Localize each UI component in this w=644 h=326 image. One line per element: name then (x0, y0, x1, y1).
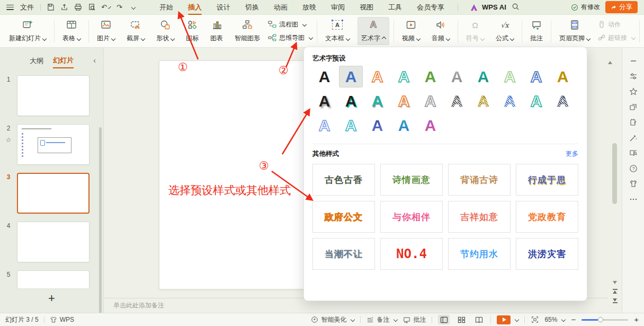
more-tools-icon[interactable] (629, 195, 638, 204)
normal-view-button[interactable] (438, 315, 450, 324)
scroll-up-icon[interactable] (608, 52, 622, 61)
wordart-style-sample[interactable]: 当潮不让 (312, 238, 375, 270)
toolbar-collapse-icon[interactable] (129, 3, 138, 12)
wordart-style-sample[interactable]: 吉祥如意 (448, 201, 511, 233)
action-button[interactable]: 动作 (598, 20, 635, 29)
animation-pane-icon[interactable] (629, 102, 638, 112)
zoom-level-button[interactable]: 65% (544, 316, 565, 323)
symbol-button[interactable]: Ω 符号 (462, 17, 488, 45)
wordart-style-sample[interactable]: 背诵古诗 (448, 164, 511, 196)
slide-thumbnail[interactable] (17, 75, 90, 116)
wordart-preset[interactable]: A (365, 114, 389, 136)
wordart-style-sample[interactable]: 古色古香 (312, 164, 375, 196)
slide-panel-scrollbar[interactable] (99, 127, 102, 315)
search-icon[interactable] (512, 3, 520, 12)
menu-tab[interactable]: 设计 (211, 1, 236, 14)
header-footer-button[interactable]: 页眉页脚 (556, 17, 594, 45)
main-menu-icon[interactable] (6, 5, 14, 10)
wordart-preset[interactable]: A (524, 66, 548, 87)
menu-tab[interactable]: 放映 (297, 1, 322, 14)
wordart-style-sample[interactable]: 政府公文 (312, 201, 375, 233)
wordart-preset[interactable]: A (471, 90, 495, 112)
slides-tab[interactable]: 幻灯片 (53, 56, 74, 68)
wordart-preset[interactable]: A (551, 66, 575, 87)
undo-icon[interactable]: ↶ (101, 3, 110, 12)
next-slide-button[interactable] (612, 298, 619, 303)
textbox-button[interactable]: A 文本框 (321, 17, 353, 45)
wordart-preset[interactable]: A (498, 66, 522, 87)
zoom-out-button[interactable]: − (571, 317, 576, 322)
wordart-preset[interactable]: A (392, 114, 416, 136)
wordart-preset[interactable]: A (418, 66, 442, 87)
design-assistant-icon[interactable] (629, 118, 638, 127)
menu-tab[interactable]: 插入 (182, 1, 208, 14)
export-icon[interactable] (60, 3, 69, 12)
wordart-preset[interactable]: A (312, 66, 336, 87)
more-styles-link[interactable]: 更多 (566, 149, 578, 158)
play-slideshow-button[interactable] (497, 315, 518, 324)
table-button[interactable]: 表格 (59, 17, 84, 45)
smart-beautify-button[interactable]: 智能美化 (311, 315, 354, 324)
beautify-wand-icon[interactable] (629, 133, 638, 143)
reading-view-button[interactable] (473, 315, 485, 324)
slide-thumbnail[interactable] (17, 270, 90, 288)
comment-button[interactable]: 批注 (526, 17, 547, 45)
previous-slide-button[interactable] (612, 289, 619, 294)
zoom-slider-thumb[interactable] (598, 317, 603, 322)
audio-button[interactable]: 音频 (428, 17, 453, 45)
wordart-preset[interactable]: A (418, 90, 442, 112)
wordart-preset[interactable]: A (498, 90, 522, 112)
effects-star-icon[interactable] (629, 87, 638, 96)
menu-tab[interactable]: 开始 (154, 1, 179, 14)
redo-icon[interactable]: ↷ (115, 3, 124, 12)
wordart-button[interactable]: A 艺术字 (357, 17, 389, 45)
wordart-preset[interactable]: A (392, 90, 416, 112)
scrollbar-thumb[interactable] (612, 143, 617, 204)
skin-settings-icon[interactable] (629, 179, 638, 189)
reference-search-icon[interactable] (629, 148, 638, 158)
wordart-preset[interactable]: A (392, 66, 416, 87)
menu-tab[interactable]: 审阅 (325, 1, 351, 14)
wordart-preset[interactable]: A (365, 66, 389, 87)
icon-library-button[interactable]: 图标 (182, 17, 202, 45)
slide-thumbnail[interactable] (17, 124, 90, 165)
smart-graphics-button[interactable]: 智能图形 (231, 17, 264, 45)
video-button[interactable]: 视频 (398, 17, 424, 45)
wordart-preset[interactable]: A (418, 114, 442, 136)
fit-slide-icon[interactable] (531, 316, 539, 324)
wordart-style-sample[interactable]: 节约用水 (448, 238, 511, 270)
skin-entry[interactable]: WPS (50, 316, 74, 323)
mindmap-button[interactable]: 思维导图 (268, 33, 312, 42)
flowchart-button[interactable]: 流程图 (268, 20, 312, 29)
formula-button[interactable]: √x 公式 (492, 17, 517, 45)
collapse-panel-icon[interactable]: ‹ (93, 56, 96, 65)
share-button[interactable]: 分享 (605, 1, 638, 13)
collapse-sidebar-icon[interactable] (629, 56, 638, 66)
wordart-style-sample[interactable]: NO.4 (380, 238, 443, 270)
wordart-preset[interactable]: A (339, 66, 363, 87)
zoom-in-button[interactable]: + (634, 317, 639, 322)
zoom-slider[interactable] (582, 319, 628, 321)
new-slide-button[interactable]: 新建幻灯片 (5, 17, 50, 45)
menu-tab[interactable]: 动画 (268, 1, 293, 14)
outline-tab[interactable]: 大纲 (30, 56, 43, 68)
shapes-button[interactable]: 形状 (153, 17, 178, 45)
wordart-preset[interactable]: A (339, 114, 363, 136)
wordart-preset[interactable]: A (524, 90, 548, 112)
print-icon[interactable] (74, 3, 83, 12)
menu-tab[interactable]: 视图 (354, 1, 379, 14)
wordart-style-sample[interactable]: 诗情画意 (380, 164, 443, 196)
file-menu[interactable]: 文件 (17, 3, 37, 12)
wordart-preset[interactable]: A (312, 114, 336, 136)
menu-tab[interactable]: 切换 (239, 1, 265, 14)
wordart-style-sample[interactable]: 党政教育 (516, 201, 578, 233)
save-icon[interactable] (46, 3, 55, 12)
notes-button[interactable]: 备注 (366, 315, 397, 324)
modified-status[interactable]: 有修改 (571, 3, 600, 12)
picture-button[interactable]: 图片 (93, 17, 119, 45)
help-icon[interactable]: ? (629, 164, 638, 173)
wordart-preset[interactable]: A (365, 90, 389, 112)
add-slide-button[interactable]: + (0, 294, 103, 303)
menu-tab[interactable]: 会员专享 (411, 1, 450, 14)
starred-slide-icon[interactable]: ☆ (6, 136, 12, 144)
